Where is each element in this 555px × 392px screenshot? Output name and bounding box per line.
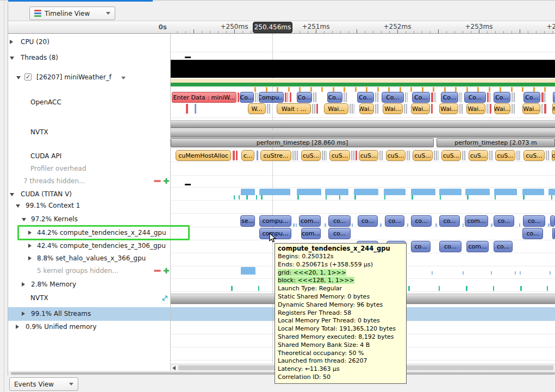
event-box[interactable]: cuStre...: [260, 150, 291, 161]
event-box[interactable]: Co...: [382, 92, 404, 103]
sidebar-item-99-1-all-streams[interactable]: 99.1% All Streams: [8, 308, 170, 319]
event-box[interactable]: com...: [466, 241, 489, 252]
event-box[interactable]: [552, 228, 555, 239]
event-box[interactable]: Wait : ...: [277, 103, 311, 114]
expand-arrow-icon[interactable]: [28, 244, 32, 248]
scroll-left-arrow-icon[interactable]: [172, 366, 176, 370]
event-box[interactable]: Co...: [327, 92, 342, 103]
event-box[interactable]: co...: [358, 215, 378, 227]
sidebar-item-openacc[interactable]: OpenACC: [8, 97, 170, 108]
event-box[interactable]: Wai...: [522, 103, 540, 114]
event-box[interactable]: Co...: [357, 92, 374, 103]
event-box[interactable]: W...: [248, 103, 266, 114]
event-box[interactable]: Co...: [494, 92, 510, 103]
event-box[interactable]: com...: [465, 215, 488, 227]
event-box[interactable]: Wai...: [466, 103, 485, 114]
remove-filter-icon[interactable]: [154, 270, 161, 272]
event-box[interactable]: co...: [523, 215, 545, 227]
event-box[interactable]: co...: [328, 228, 351, 239]
add-filter-icon[interactable]: ✚: [163, 267, 170, 275]
event-box[interactable]: c...: [241, 150, 254, 161]
sidebar-item-99-1-context-1[interactable]: 99.1% Context 1: [8, 200, 170, 211]
thread-options-caret-icon[interactable]: [121, 77, 126, 79]
event-box[interactable]: Wai...: [494, 103, 510, 114]
sidebar-item-nvtx[interactable]: NVTX: [8, 127, 170, 138]
event-box[interactable]: co...: [385, 215, 404, 227]
event-box[interactable]: Co...: [523, 92, 540, 103]
event-box[interactable]: perform_timestep [28.860 ms]: [171, 138, 434, 147]
sidebar-item-44-2-compute-tendencies-x-244-gpu[interactable]: 44.2% compute_tendencies_x_244_gpu: [8, 227, 170, 238]
event-box[interactable]: co...: [439, 215, 460, 227]
sidebar-item-97-2-kernels[interactable]: 97.2% Kernels: [8, 214, 170, 225]
event-box[interactable]: Co...: [441, 92, 458, 103]
event-box[interactable]: Co...: [412, 92, 430, 103]
collapse-arrow-icon[interactable]: [22, 218, 26, 221]
collapse-arrow-icon[interactable]: [16, 204, 20, 208]
events-view-dropdown[interactable]: Events View: [9, 377, 78, 391]
sidebar-item-2-8-memory[interactable]: 2.8% Memory: [8, 279, 170, 290]
sidebar-item-cuda-api[interactable]: CUDA API: [8, 151, 170, 161]
event-box[interactable]: cuS...: [495, 150, 515, 161]
event-box[interactable]: com...: [301, 228, 321, 239]
sidebar-item-profiler-overhead[interactable]: Profiler overhead: [8, 163, 170, 174]
sidebar-item-8-8-set-halo-values-x-366-gpu[interactable]: 8.8% set_halo_values_x_366_gpu: [8, 253, 170, 264]
event-box[interactable]: Wai...: [439, 103, 458, 114]
event-box[interactable]: perform_timestep [2.073 m: [436, 138, 555, 147]
event-box[interactable]: Co...: [240, 92, 254, 103]
event-box[interactable]: co...: [439, 241, 462, 252]
expand-arrow-icon[interactable]: [16, 325, 19, 329]
event-box[interactable]: compu...: [259, 215, 291, 227]
add-filter-icon[interactable]: ✚: [163, 178, 170, 185]
timeline-view-dropdown[interactable]: Timeline View: [29, 7, 115, 20]
collapse-arrow-icon[interactable]: [10, 193, 14, 196]
event-box[interactable]: Co...: [297, 92, 312, 103]
event-box[interactable]: Compu...: [259, 92, 284, 103]
event-box[interactable]: cuS...: [386, 150, 406, 161]
sidebar-item-cuda-titan-v[interactable]: CUDA (TITAN V): [8, 189, 170, 200]
event-box[interactable]: Wai...: [359, 103, 374, 114]
expand-arrow-icon[interactable]: [28, 256, 32, 260]
expand-arrow-icon[interactable]: [22, 282, 25, 287]
remove-filter-icon[interactable]: [154, 180, 161, 182]
event-box[interactable]: cuMemHostAlloc: [176, 150, 231, 161]
event-box[interactable]: se...: [240, 215, 255, 227]
event-box[interactable]: Wai...: [324, 103, 348, 114]
event-box[interactable]: Enter Data : miniW...: [172, 92, 236, 103]
event-box[interactable]: cuS...: [523, 150, 545, 161]
sidebar-item-26207-miniweather-f[interactable]: ✓[26207] miniWeather_f: [8, 72, 170, 83]
event-box[interactable]: Co...: [464, 92, 486, 103]
event-box[interactable]: c: [552, 150, 555, 161]
event-box[interactable]: cuS...: [329, 150, 350, 161]
sidebar-item-0-9-unified-memory[interactable]: 0.9% Unified memory: [8, 321, 170, 332]
event-box[interactable]: co...: [411, 215, 432, 227]
sidebar-item-7-threads-hidden[interactable]: 7 threads hidden...✚: [8, 176, 170, 186]
event-box[interactable]: [550, 215, 555, 227]
sidebar-item-cpu-20[interactable]: CPU (20): [8, 36, 170, 47]
thread-checkbox[interactable]: ✓: [24, 73, 32, 80]
event-box[interactable]: cuS...: [413, 150, 433, 161]
expand-arrow-icon[interactable]: [22, 312, 25, 316]
event-box[interactable]: co...: [411, 241, 431, 252]
event-box[interactable]: W: [552, 103, 555, 114]
event-box[interactable]: cuS...: [469, 150, 488, 161]
event-box[interactable]: co...: [522, 228, 543, 239]
expand-row-icon[interactable]: [161, 294, 169, 304]
event-box[interactable]: co...: [328, 215, 351, 227]
sidebar-item-5-kernel-groups-hidden[interactable]: 5 kernel groups hidden...✚: [8, 265, 170, 276]
event-box[interactable]: Wai...: [383, 103, 403, 114]
event-box[interactable]: cuS...: [301, 150, 321, 161]
sidebar-item-42-4-compute-tendencies-z-306-gpu[interactable]: 42.4% compute_tendencies_z_306_gpu: [8, 240, 170, 251]
event-box[interactable]: com...: [299, 215, 321, 227]
event-box[interactable]: cuS...: [359, 150, 378, 161]
event-box[interactable]: cuS...: [441, 150, 461, 161]
event-box[interactable]: co...: [494, 215, 514, 227]
sidebar-item-nvtx[interactable]: NVTX: [8, 293, 170, 303]
event-box[interactable]: co...: [494, 241, 513, 252]
collapse-arrow-icon[interactable]: [16, 76, 21, 79]
collapse-arrow-icon[interactable]: [10, 57, 14, 60]
event-box[interactable]: [553, 92, 555, 103]
event-box[interactable]: Wai...: [411, 103, 430, 114]
expand-arrow-icon[interactable]: [28, 231, 32, 235]
expand-arrow-icon[interactable]: [10, 40, 13, 44]
sidebar-item-threads-8[interactable]: Threads (8): [8, 52, 170, 63]
